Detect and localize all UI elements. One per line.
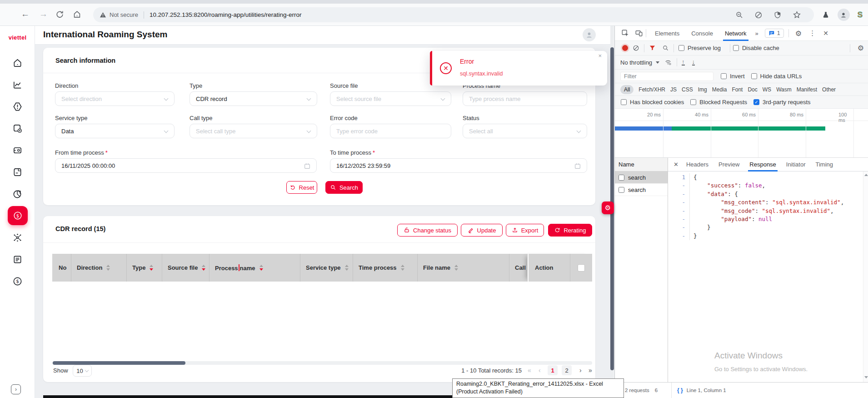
devtools-tab-elements[interactable]: Elements [655, 26, 679, 41]
error-code-input[interactable]: Type error code [330, 124, 451, 138]
sidebar-home-icon[interactable] [0, 58, 35, 68]
export-button[interactable]: Export [506, 224, 544, 237]
bookmark-star-icon[interactable] [793, 10, 801, 19]
selenium-extension-icon[interactable]: S [858, 10, 863, 20]
hide-data-urls-checkbox[interactable] [751, 73, 757, 79]
resource-filter-all[interactable]: All [620, 85, 634, 94]
resource-filter-js[interactable]: JS [670, 86, 677, 93]
detail-tab-timing[interactable]: Timing [815, 158, 833, 171]
toast-close-icon[interactable]: × [598, 52, 602, 59]
sort-icons[interactable] [150, 265, 153, 271]
sort-icons[interactable] [106, 265, 110, 271]
resource-filter-other[interactable]: Other [822, 86, 836, 93]
throttling-select[interactable]: No throttling [620, 59, 652, 66]
browser-profile-avatar[interactable] [838, 9, 850, 21]
horizontal-scrollbar[interactable] [52, 361, 592, 365]
page-size-select[interactable]: 10 [73, 365, 92, 377]
refresh-icon[interactable] [55, 10, 64, 19]
scroll-up-icon[interactable] [864, 174, 868, 176]
devtools-tab-network[interactable]: Network [725, 26, 747, 41]
devtools-close-icon[interactable]: ✕ [823, 30, 828, 37]
direction-select[interactable]: Select direction [55, 91, 175, 106]
floating-settings-button[interactable]: ⚙ [602, 202, 614, 214]
request-checkbox[interactable] [619, 187, 624, 193]
page-1-button[interactable]: 1 [548, 365, 558, 375]
search-button[interactable]: Search [325, 181, 363, 194]
device-toolbar-icon[interactable] [635, 29, 643, 37]
detail-tab-headers[interactable]: Headers [686, 158, 708, 171]
sidebar-alert-icon[interactable] [0, 101, 35, 112]
network-settings-icon[interactable]: ⚙ [858, 44, 864, 52]
select-all-checkbox[interactable] [578, 264, 585, 272]
column-header-type[interactable]: Type [127, 254, 162, 282]
url-text[interactable]: 10.207.252.135:8200/roaming-app/utilitie… [150, 11, 302, 18]
extension-flask-icon[interactable] [822, 11, 830, 19]
network-filter-input[interactable] [620, 72, 713, 81]
kebab-menu-icon[interactable]: ⋮ [809, 29, 816, 37]
request-row-search[interactable]: search [615, 184, 668, 196]
forward-icon[interactable]: → [39, 9, 48, 19]
resource-filter-ws[interactable]: WS [763, 86, 771, 93]
preserve-log-checkbox[interactable] [678, 45, 684, 51]
next-page-button[interactable]: › [579, 367, 582, 374]
column-header-call[interactable]: Call [509, 254, 528, 282]
first-page-button[interactable]: « [528, 367, 531, 374]
sidebar-processing-icon[interactable] [0, 123, 35, 134]
detail-tab-preview[interactable]: Preview [718, 158, 739, 171]
column-header-file-name[interactable]: File name [418, 254, 509, 282]
issues-counter[interactable]: 1 [765, 29, 784, 38]
import-har-icon[interactable]: ↑ [682, 59, 685, 65]
prev-page-button[interactable]: ‹ [539, 367, 541, 374]
zoom-out-icon[interactable] [735, 11, 743, 19]
sort-icons[interactable] [454, 265, 458, 271]
to-time-input[interactable]: 16/12/2025 23:59:59 [330, 158, 587, 173]
inspect-element-icon[interactable] [621, 29, 629, 37]
sidebar-disc-icon[interactable] [0, 189, 35, 199]
resource-filter-manifest[interactable]: Manifest [797, 86, 817, 93]
sort-icons[interactable] [202, 265, 205, 271]
page-2-button[interactable]: 2 [562, 365, 572, 375]
sort-icons[interactable] [401, 265, 404, 271]
more-tabs-icon[interactable]: » [755, 26, 758, 41]
column-header-source-file[interactable]: Source file [162, 254, 210, 282]
reset-button[interactable]: Reset [286, 181, 317, 194]
close-detail-icon[interactable]: ✕ [673, 161, 678, 168]
clear-icon[interactable] [633, 45, 639, 51]
source-file-select[interactable]: Select source file [330, 91, 451, 106]
calendar-icon[interactable] [304, 162, 311, 170]
request-row-search[interactable]: search [615, 171, 668, 184]
detail-tab-initiator[interactable]: Initiator [786, 158, 806, 171]
column-header-direction[interactable]: Direction [71, 254, 127, 282]
column-header-checkbox[interactable] [570, 254, 592, 282]
type-select[interactable]: CDR record [190, 91, 317, 106]
sidebar-wallet-icon[interactable] [0, 145, 35, 156]
filter-icon[interactable] [649, 45, 656, 51]
request-checkbox[interactable] [619, 175, 624, 181]
service-type-select[interactable]: Data [55, 124, 175, 138]
sidebar-chart-icon[interactable] [0, 80, 35, 90]
update-button[interactable]: Update [461, 224, 503, 237]
sort-icons[interactable] [345, 265, 349, 271]
status-select[interactable]: Select all [463, 124, 587, 138]
resource-filter-doc[interactable]: Doc [748, 86, 757, 93]
record-icon[interactable] [622, 45, 628, 51]
requests-name-header[interactable]: Name [615, 158, 668, 171]
column-header-action[interactable]: Action [529, 254, 570, 282]
disable-cache-checkbox[interactable] [733, 45, 739, 51]
sidebar-collapse-button[interactable]: › [11, 384, 21, 394]
network-search-icon[interactable] [662, 45, 669, 51]
from-time-input[interactable]: 16/11/2025 00:00:00 [55, 158, 317, 173]
third-party-requests-checkbox[interactable]: ✓ [753, 99, 759, 105]
content-blocked-icon[interactable] [754, 11, 763, 19]
blocked-requests-checkbox[interactable] [690, 99, 696, 105]
detail-tab-response[interactable]: Response [749, 158, 776, 171]
devtools-settings-icon[interactable]: ⚙ [795, 29, 802, 38]
resource-filter-font[interactable]: Font [732, 86, 743, 93]
export-har-icon[interactable]: ↓ [692, 59, 695, 65]
rerating-button[interactable]: Rerating [548, 224, 592, 237]
response-scrollbar[interactable] [863, 171, 868, 382]
call-type-select[interactable]: Select call type [190, 124, 317, 138]
last-page-button[interactable]: » [589, 367, 592, 374]
back-icon[interactable]: ← [21, 9, 30, 19]
network-conditions-icon[interactable] [664, 59, 672, 66]
